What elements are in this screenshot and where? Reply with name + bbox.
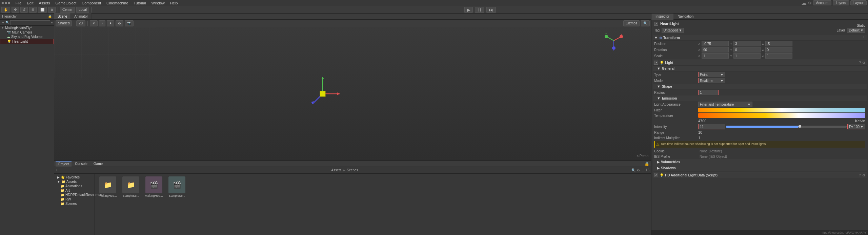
additional-light-checkbox[interactable]: ✓: [654, 173, 658, 177]
fx-btn[interactable]: ✦: [107, 20, 114, 26]
transform-header[interactable]: ▼ ⊕ Transform ⋮: [653, 35, 867, 41]
folder-rw[interactable]: 📁 RW: [56, 197, 93, 201]
rect-tool[interactable]: ⬜: [38, 7, 47, 13]
layer-dropdown[interactable]: Default ▼: [847, 28, 865, 33]
tab-navigation[interactable]: Navigation: [673, 14, 698, 20]
menu-tutorial[interactable]: Tutorial: [131, 1, 148, 5]
filter-color-bar[interactable]: [698, 108, 865, 112]
scene-view-options[interactable]: ⚙: [116, 20, 123, 26]
shape-header[interactable]: ▼ Shape: [653, 84, 867, 89]
shaded-dropdown[interactable]: Shaded: [56, 20, 72, 26]
breadcrumb-scenes[interactable]: Scenes: [347, 168, 358, 172]
hand-tool[interactable]: ✋: [1, 7, 10, 13]
volumetrics-header[interactable]: ▶ Volumetrics: [653, 159, 867, 165]
ev-dropdown[interactable]: Ev 100 ▼: [847, 124, 865, 129]
folder-art[interactable]: 📁 Art: [56, 188, 93, 193]
menu-cinemachine[interactable]: Cinemachine: [104, 1, 131, 5]
menu-window[interactable]: Window: [149, 1, 167, 5]
position-x-field[interactable]: [702, 41, 729, 46]
folder-hdrp[interactable]: 📁 HDRPDefaultResources: [56, 193, 93, 197]
hierarchy-options-icon[interactable]: ≡: [51, 21, 53, 24]
search-project-icon[interactable]: 🔍: [631, 168, 635, 172]
tab-game[interactable]: Game: [91, 161, 105, 167]
radius-field[interactable]: [698, 90, 719, 95]
tag-dropdown[interactable]: Untagged ▼: [662, 28, 684, 33]
add-button[interactable]: +: [56, 168, 58, 173]
move-tool[interactable]: ✛: [12, 7, 19, 13]
object-active-checkbox[interactable]: ✓: [654, 22, 658, 26]
rotate-tool[interactable]: ↺: [20, 7, 28, 13]
tab-inspector[interactable]: Inspector: [651, 14, 673, 20]
menu-help[interactable]: Help: [167, 1, 181, 5]
2d-button[interactable]: 2D: [76, 20, 85, 26]
light-active-checkbox[interactable]: ✓: [654, 61, 658, 65]
asset-item-3[interactable]: 🎬 SampleSc...: [167, 176, 187, 232]
type-dropdown[interactable]: Point ▼: [698, 72, 725, 77]
hierarchy-lock-icon[interactable]: 🔒: [48, 15, 52, 18]
menu-gameobject[interactable]: GameObject: [53, 1, 79, 5]
hierarchy-item-sky[interactable]: ☁ Sky and Fog Volume: [0, 35, 54, 39]
step-button[interactable]: ⏭: [486, 7, 496, 13]
transform-options-icon[interactable]: ⋮: [862, 36, 865, 40]
menu-component[interactable]: Component: [79, 1, 104, 5]
tab-animator[interactable]: Animator: [71, 13, 92, 19]
project-settings-icon[interactable]: ⚙: [637, 168, 640, 172]
shadows-header[interactable]: ▶ Shadows: [653, 165, 867, 171]
layout-button[interactable]: Layout: [850, 0, 867, 5]
breadcrumb-assets[interactable]: Assets: [331, 168, 341, 172]
audio-btn[interactable]: ♪: [99, 20, 105, 26]
tab-project[interactable]: Project: [56, 161, 72, 167]
favorites-header[interactable]: ▶ ⭐ Favorites: [56, 175, 93, 179]
asset-item-0[interactable]: 📁 MakingHea...: [98, 176, 118, 232]
general-header[interactable]: ▼ General: [653, 66, 867, 71]
scene-viewport[interactable]: X Y Z < Persp: [54, 27, 651, 161]
mode-dropdown[interactable]: Realtime ▼: [698, 78, 725, 83]
additional-settings-icon[interactable]: ⚙: [862, 173, 865, 177]
account-button[interactable]: Account: [813, 0, 831, 5]
asset-item-2[interactable]: 🎬 MakingHea...: [144, 176, 164, 232]
play-button[interactable]: ▶: [464, 7, 473, 13]
rotation-z-field[interactable]: [765, 47, 792, 52]
menu-assets[interactable]: Assets: [36, 1, 53, 5]
intensity-slider-thumb[interactable]: [799, 125, 801, 128]
scale-x-field[interactable]: [702, 53, 729, 59]
light-help-icon[interactable]: ?: [859, 61, 861, 65]
hierarchy-add-btn[interactable]: ▼: [1, 21, 5, 24]
layers-button[interactable]: Layers: [833, 0, 849, 5]
lighting-btn[interactable]: ☀: [90, 20, 98, 26]
hierarchy-item-camera[interactable]: 📷 Main Camera: [0, 30, 54, 35]
pivot-button[interactable]: Center: [60, 7, 75, 13]
folder-animations[interactable]: 📁 Animations: [56, 184, 93, 188]
project-view-icon[interactable]: ☰: [641, 168, 644, 172]
hierarchy-item-heartlight[interactable]: 💡 HeartLight: [0, 39, 54, 44]
hierarchy-item-scene[interactable]: ▼ MakingHeartsFly*: [0, 26, 54, 30]
scale-z-field[interactable]: [765, 53, 792, 59]
emission-header[interactable]: ▼ Emission: [653, 95, 867, 101]
position-y-field[interactable]: [733, 41, 761, 46]
scale-y-field[interactable]: [733, 53, 761, 59]
tab-scene[interactable]: Scene: [54, 13, 71, 19]
assets-header[interactable]: ▼ 📁 Assets: [56, 179, 93, 184]
intensity-slider-track[interactable]: [726, 126, 847, 128]
space-button[interactable]: Local: [76, 7, 89, 13]
folder-scenes[interactable]: 📁 Scenes: [56, 201, 93, 206]
menu-file[interactable]: File: [13, 1, 24, 5]
search-scene-btn[interactable]: 🔍: [641, 20, 650, 26]
light-appearance-dropdown[interactable]: Filter and Temperature ▼: [698, 102, 752, 107]
light-component-header[interactable]: ✓ 💡 Light ? ⚙: [653, 60, 867, 66]
temperature-color-bar[interactable]: [698, 113, 865, 118]
gizmos-dropdown[interactable]: Gizmos: [623, 20, 640, 26]
intensity-field[interactable]: [698, 124, 725, 129]
tab-console[interactable]: Console: [72, 161, 90, 167]
rotation-x-field[interactable]: [702, 47, 729, 52]
transform-tool[interactable]: ⊕: [48, 7, 56, 13]
light-settings-icon[interactable]: ⚙: [862, 61, 865, 65]
camera-btn[interactable]: 📷: [125, 20, 134, 26]
hierarchy-search-input[interactable]: [10, 20, 50, 25]
scale-tool[interactable]: ⊞: [29, 7, 37, 13]
additional-light-header[interactable]: ✓ 💡 HD Additional Light Data (Script) ? …: [653, 172, 867, 178]
asset-item-1[interactable]: 📁 SampleSc...: [121, 176, 141, 232]
menu-edit[interactable]: Edit: [24, 1, 36, 5]
additional-help-icon[interactable]: ?: [859, 173, 861, 177]
position-z-field[interactable]: [765, 41, 792, 46]
